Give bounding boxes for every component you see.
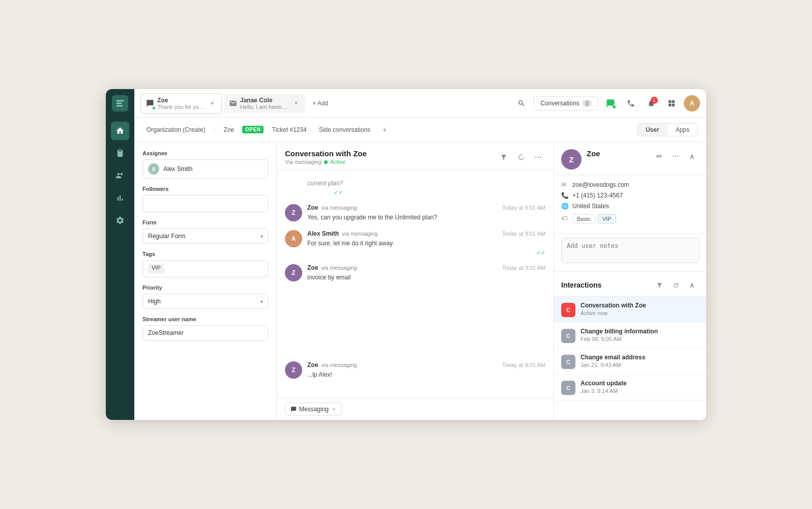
phone-button[interactable] [623,95,639,111]
zoe-avatar-3: Z [285,361,302,379]
interaction-email[interactable]: C Change email address Jan 21, 9:43 AM [554,349,706,375]
time-extra: Today at 9:01 AM [502,362,545,368]
search-button[interactable] [513,95,530,111]
interaction-icon-0: C [561,303,575,317]
history-button[interactable] [514,150,528,164]
top-bar-actions: Conversations 0 1 A [513,95,700,111]
logo[interactable] [112,95,128,111]
sender-zoe-2: Zoe [307,264,318,271]
user-notes-input[interactable] [561,238,699,263]
interaction-account[interactable]: C Account update Jan 3, 9:14 AM [554,375,706,401]
collapse-button[interactable]: ∧ [685,149,699,163]
content-area: Assignee A Alex Smith Followers Form Reg… [134,142,706,420]
message-row-extra: Z Zoe via messaging Today at 9:01 AM ...… [285,361,545,379]
streamer-input[interactable] [142,325,268,341]
sender-zoe-1: Zoe [307,204,318,211]
sidebar-chart[interactable] [111,189,129,207]
tab-user[interactable]: User [637,124,668,136]
zoe-avatar-1: Z [285,204,302,221]
conversations-button[interactable]: Conversations 0 [534,96,598,110]
right-panel: Z Zoe ✏ ⋯ ∧ ✉ zoe@lovesdogs.com [554,142,706,420]
interaction-conv-zoe[interactable]: C Conversation with Zoe Active now [554,297,706,323]
assignee-label: Assignee [142,150,268,156]
side-conversations[interactable]: Side conversations [315,124,374,135]
tag-basic: Basic [572,214,595,223]
notifications-button[interactable]: 1 [643,95,659,111]
interaction-sub-1: Feb 08, 9:05 AM [581,336,699,342]
email-icon: ✉ [561,181,568,188]
assignee-name: Alex Smith [163,165,192,173]
filter-button[interactable] [497,150,511,164]
notification-count: 1 [651,97,658,104]
messaging-bottom-button[interactable]: Messaging [285,403,342,416]
tab-zoe[interactable]: Zoe Thank you for your hel... ✕ [140,93,222,114]
tab-zoe-close[interactable]: ✕ [208,99,216,107]
left-panel: Assignee A Alex Smith Followers Form Reg… [134,142,277,420]
user-avatar-button[interactable]: A [684,95,700,111]
text-zoe-2: invoice by email [307,273,545,282]
sidebar-settings[interactable] [111,211,129,230]
add-side-conversation[interactable]: + [379,124,391,136]
followers-field[interactable] [142,195,268,212]
priority-select-wrapper: High Low Normal Urgent [142,294,268,309]
interactions-filter[interactable] [652,278,666,292]
sidebar [106,89,134,420]
interactions-collapse[interactable]: ∧ [685,278,699,292]
more-options-button[interactable]: ⋯ [531,150,545,164]
message-row-zoe-2: Z Zoe via messaging Today at 9:01 AM inv… [285,264,545,282]
tags-icon: 🏷 [561,215,568,222]
chat-status-dot [612,105,616,109]
read-check-alex: ✓✓ [536,249,545,256]
user-more-button[interactable]: ⋯ [669,149,683,163]
followers-label: Followers [142,186,268,192]
active-dot [324,160,328,164]
edit-user-button[interactable]: ✏ [652,149,666,163]
user-email: zoe@lovesdogs.com [572,181,629,188]
location-icon: 🌐 [561,203,568,210]
interaction-icon-3: C [561,381,575,395]
bottom-bar: Messaging [277,398,554,420]
breadcrumb-org[interactable]: Organization (Create) [142,124,209,135]
interactions-section: Interactions ∧ C [554,272,706,420]
notes-area [554,234,706,272]
tab-zoe-name: Zoe [157,97,205,104]
tab-janae-close[interactable]: ✕ [292,99,300,107]
interaction-sub-2: Jan 21, 9:43 AM [581,362,699,368]
breadcrumb-zoe[interactable]: Zoe [219,124,238,135]
assignee-field[interactable]: A Alex Smith [142,159,268,179]
chat-button[interactable] [602,95,619,111]
interactions-refresh[interactable] [669,278,683,292]
tab-apps[interactable]: Apps [668,124,698,136]
interaction-name-0: Conversation with Zoe [581,302,699,309]
time-zoe-2: Today at 9:01 AM [502,265,545,271]
channel-zoe-2: via messaging [321,265,357,271]
interaction-billing[interactable]: C Change billing information Feb 08, 9:0… [554,323,706,349]
sidebar-database[interactable] [111,144,129,162]
grid-button[interactable] [663,95,680,111]
user-name-large: Zoe [587,149,600,158]
time-alex: Today at 9:01 AM [502,231,545,237]
add-tab-label: + Add [312,100,328,107]
priority-select[interactable]: High Low Normal Urgent [142,294,268,309]
tags-field[interactable]: VIP [142,260,268,277]
message-row-alex: A Alex Smith via messaging Today at 9:01… [285,230,545,256]
form-label: Form [142,219,268,225]
message-tab-icon [146,99,154,107]
user-info-area: ✉ zoe@lovesdogs.com 📞 +1 (415) 123-4567 … [554,175,706,234]
channel-zoe-1: via messaging [321,205,357,211]
tab-janae[interactable]: Janae Cole Hello, I am having an is... ✕ [224,94,305,113]
priority-label: Priority [142,285,268,291]
zoe-avatar-2: Z [285,264,302,281]
active-status: Active [330,159,345,165]
sidebar-people[interactable] [111,166,129,185]
sidebar-home[interactable] [111,122,129,140]
conversations-label: Conversations [540,100,579,107]
conversations-count: 0 [583,100,592,107]
ticket-status-badge: OPEN [242,126,264,133]
messaging-bottom-label: Messaging [299,406,329,413]
interaction-name-3: Account update [581,380,699,387]
messages-area: current plan? ✓✓ Z Zoe via messaging Tod… [277,171,554,398]
ticket-number[interactable]: Ticket #1234 [268,124,310,135]
form-select[interactable]: Regular Form [142,229,268,244]
add-tab-button[interactable]: + Add [307,97,333,110]
